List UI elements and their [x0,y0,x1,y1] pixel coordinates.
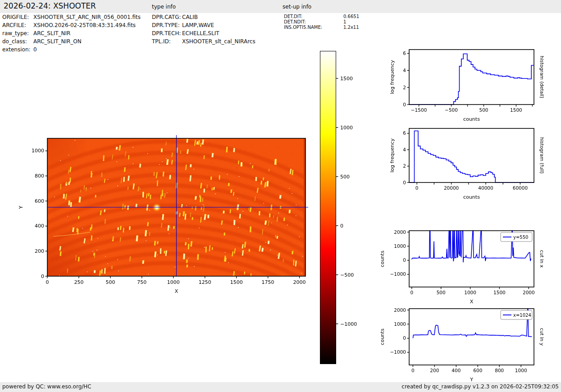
y-tick-label: 800 [35,173,44,179]
x-tick-label: 1500 [230,279,243,285]
plot-histogram-full: 02000040000600000246countslog frequencyh… [389,128,545,200]
colorbar-tick-label: 0 [340,223,343,229]
x-tick-label: 1500 [510,107,522,113]
y-tick-label: −1000 [390,271,406,277]
cut-y-right-label: cut in y [539,328,545,346]
header-bar: 2026-02-24: XSHOOTER type info set-up in… [0,0,561,13]
y-tick-label: 0 [403,335,406,341]
meta-label: DPR.TYPE: [152,22,182,28]
detector-image-xlabel: X [175,288,178,294]
meta-label: do_class: [2,38,33,45]
qc-rawdisp-page: 2026-02-24: XSHOOTER type info set-up in… [0,0,561,392]
x-tick-label: 1000 [515,368,527,373]
y-tick-label: 1000 [32,148,44,154]
meta-label: ORIGFILE: [2,14,33,20]
plot-cut-x: 0500100015002000−1000010002000Xcountscut… [379,229,545,305]
y-tick-label: 2 [403,85,406,90]
x-tick-label: 60000 [513,185,528,191]
meta-value: 0 [33,46,37,53]
y-tick-label: 1000 [394,321,406,327]
histogram-detail-frame [409,50,534,105]
cut-y-series [413,309,532,338]
meta-label: DPR.TECH: [152,30,182,36]
meta-row-dpr-type: DPR.TYPE:LAMP,WAVE [152,22,214,28]
x-tick-label: 0 [415,185,419,191]
y-tick-label: 0 [403,180,406,185]
y-tick-label: 0 [403,102,406,107]
histogram-detail-xlabel: counts [463,116,480,122]
y-tick-label: 2 [403,163,406,169]
colorbar-tick-label: 1000 [340,125,353,131]
y-tick-label: 6 [403,130,406,136]
meta-label: DET.NDIT: [284,19,343,24]
meta-value: XSHOOTER_SLT_ARC_NIR_056_0001.fits [33,14,141,20]
x-tick-label: 750 [137,279,146,285]
x-tick-label: 2000 [293,279,306,285]
meta-row-extension: extension:0 [2,46,37,53]
histogram-full-right-label: histogram (full) [539,137,545,174]
x-tick-label: 1250 [199,279,211,285]
histogram-full-xlabel: counts [463,194,480,200]
meta-value: 0.6651 [343,14,359,19]
meta-label: extension: [2,46,33,53]
meta-value: ARC_SLIT_NIR_ON [33,38,82,45]
file-info-list: ORIGFILE:XSHOOTER_SLT_ARC_NIR_056_0001.f… [2,14,151,59]
meta-row-det-ndit: DET.NDIT:1 [284,19,346,24]
cut-x-frame [409,231,534,287]
cut-x-series [412,231,531,262]
meta-row-arcfile: ARCFILE:XSHOO.2026-02-25T08:43:31.494.fi… [2,22,136,28]
plot-histogram-detail: −1500−50050015000246countslog frequencyh… [389,50,545,122]
x-tick-label: 0 [411,368,415,373]
histogram-detail-series [409,54,534,105]
cut-x-ylabel: counts [379,251,385,267]
colorbar-tick-label: −500 [340,272,354,278]
meta-value: 1.2x11 [343,25,359,30]
cut-y-frame [409,309,534,365]
meta-value: ARC_SLIT_NIR [33,30,70,36]
cut-y-legend-label: x=1024 [513,313,531,318]
x-tick-label: 0 [410,290,413,295]
meta-row-dpr-catg: DPR.CATG:CALIB [152,14,198,20]
setup-info-heading: set-up info [283,4,311,10]
histogram-full-frame [409,128,534,182]
y-tick-label: 2000 [394,307,406,313]
histogram-full-ylabel: log frequency [389,138,395,173]
x-tick-label: 500 [437,290,446,295]
meta-label: TPL.ID: [152,38,182,45]
x-tick-label: 20000 [444,185,459,191]
footer-powered-by: powered by QC: www.eso.org/HC [2,383,91,390]
meta-row-do-class: do_class:ARC_SLIT_NIR_ON [2,38,82,45]
y-tick-label: 0 [41,273,44,279]
plot-cut-y: 02004006008001000−1000010002000Ycountscu… [379,307,545,383]
colorbar-tick-label: 500 [340,174,350,180]
meta-row-tpl-id: TPL.ID:XSHOOTER_slt_cal_NIRArcs [152,38,255,45]
cut-x-xlabel: X [470,299,474,305]
cut-x-right-label: cut in x [539,250,545,268]
x-tick-label: 500 [479,107,488,113]
histogram-detail-ylabel: log frequency [389,60,395,94]
meta-label: DET.DIT: [284,14,343,19]
detector-image [47,138,306,276]
meta-row-det-dit: DET.DIT:0.6651 [284,14,359,19]
y-tick-label: 0 [403,257,406,263]
x-tick-label: 1000 [167,279,180,285]
cut-x-legend-box [501,232,532,242]
colorbar-tick-label: −1000 [340,321,357,327]
y-tick-label: 600 [35,198,44,204]
x-tick-label: 600 [473,368,482,373]
meta-label: raw_type: [2,30,33,36]
y-tick-label: 4 [403,147,406,152]
meta-value: LAMP,WAVE [182,22,214,28]
x-tick-label: 500 [105,279,115,285]
cut-y-ylabel: counts [379,328,385,345]
meta-label: INS.OPTI5.NAME: [284,25,343,30]
colorbar-axis: 150010005000−500−1000 [336,76,357,327]
meta-value: XSHOOTER_slt_cal_NIRArcs [182,38,255,45]
x-tick-label: −1500 [411,107,427,113]
x-tick-label: 1750 [262,279,274,285]
y-tick-label: 200 [35,248,44,254]
meta-row-ins-opti5-name: INS.OPTI5.NAME:1.2x11 [284,25,359,30]
meta-label: DPR.CATG: [152,14,182,20]
histogram-full-series [409,131,534,183]
setup-info-list: DET.DIT:0.6651DET.NDIT:1INS.OPTI5.NAME:1… [284,14,383,36]
